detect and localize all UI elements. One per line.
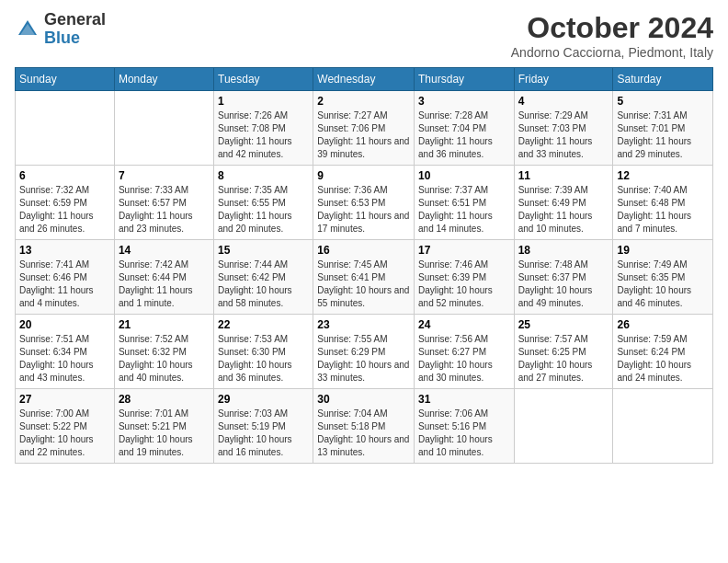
day-info: Sunrise: 7:49 AM Sunset: 6:35 PM Dayligh… [617,259,709,310]
day-number: 17 [418,244,510,257]
calendar-cell: 21Sunrise: 7:52 AM Sunset: 6:32 PM Dayli… [114,315,213,389]
day-info: Sunrise: 7:37 AM Sunset: 6:51 PM Dayligh… [418,184,510,236]
calendar-cell: 3Sunrise: 7:28 AM Sunset: 7:04 PM Daylig… [415,91,515,166]
calendar-cell: 17Sunrise: 7:46 AM Sunset: 6:39 PM Dayli… [415,240,515,315]
day-number: 1 [218,95,309,108]
day-info: Sunrise: 7:59 AM Sunset: 6:24 PM Dayligh… [617,333,709,385]
day-number: 5 [617,95,709,108]
day-number: 6 [19,169,110,182]
weekday-header: Wednesday [313,68,415,91]
day-number: 30 [317,393,410,406]
day-info: Sunrise: 7:00 AM Sunset: 5:22 PM Dayligh… [19,408,110,459]
day-info: Sunrise: 7:52 AM Sunset: 6:32 PM Dayligh… [119,333,210,385]
calendar-cell: 1Sunrise: 7:26 AM Sunset: 7:08 PM Daylig… [214,91,313,166]
day-info: Sunrise: 7:29 AM Sunset: 7:03 PM Dayligh… [518,109,609,161]
calendar-cell: 27Sunrise: 7:00 AM Sunset: 5:22 PM Dayli… [16,389,115,464]
day-number: 19 [617,244,709,257]
day-info: Sunrise: 7:44 AM Sunset: 6:42 PM Dayligh… [218,259,309,310]
day-number: 22 [218,318,309,331]
day-number: 15 [218,244,309,257]
day-number: 23 [317,318,410,331]
weekday-header: Thursday [415,68,515,91]
calendar-cell: 30Sunrise: 7:04 AM Sunset: 5:18 PM Dayli… [313,389,415,464]
day-info: Sunrise: 7:06 AM Sunset: 5:16 PM Dayligh… [418,408,510,459]
calendar-week-row: 27Sunrise: 7:00 AM Sunset: 5:22 PM Dayli… [16,389,713,464]
logo: General Blue [15,11,106,48]
day-number: 21 [119,318,210,331]
calendar-week-row: 1Sunrise: 7:26 AM Sunset: 7:08 PM Daylig… [16,91,713,166]
calendar-cell: 29Sunrise: 7:03 AM Sunset: 5:19 PM Dayli… [214,389,313,464]
calendar-cell: 31Sunrise: 7:06 AM Sunset: 5:16 PM Dayli… [415,389,515,464]
calendar-cell: 18Sunrise: 7:48 AM Sunset: 6:37 PM Dayli… [514,240,613,315]
day-number: 31 [418,393,510,406]
calendar-cell: 19Sunrise: 7:49 AM Sunset: 6:35 PM Dayli… [613,240,713,315]
calendar-cell [514,389,613,464]
calendar-cell: 16Sunrise: 7:45 AM Sunset: 6:41 PM Dayli… [313,240,415,315]
day-info: Sunrise: 7:36 AM Sunset: 6:53 PM Dayligh… [317,184,410,236]
calendar-cell: 11Sunrise: 7:39 AM Sunset: 6:49 PM Dayli… [514,166,613,240]
calendar-cell [613,389,713,464]
day-number: 9 [317,169,410,182]
day-info: Sunrise: 7:35 AM Sunset: 6:55 PM Dayligh… [218,184,309,236]
day-info: Sunrise: 7:45 AM Sunset: 6:41 PM Dayligh… [317,259,410,310]
day-info: Sunrise: 7:01 AM Sunset: 5:21 PM Dayligh… [119,408,210,459]
day-number: 13 [19,244,110,257]
day-info: Sunrise: 7:31 AM Sunset: 7:01 PM Dayligh… [617,109,709,161]
calendar-week-row: 20Sunrise: 7:51 AM Sunset: 6:34 PM Dayli… [16,315,713,389]
calendar-week-row: 6Sunrise: 7:32 AM Sunset: 6:59 PM Daylig… [16,166,713,240]
day-number: 16 [317,244,410,257]
calendar-cell: 4Sunrise: 7:29 AM Sunset: 7:03 PM Daylig… [514,91,613,166]
day-info: Sunrise: 7:39 AM Sunset: 6:49 PM Dayligh… [518,184,609,236]
day-number: 11 [518,169,609,182]
day-number: 28 [119,393,210,406]
day-info: Sunrise: 7:33 AM Sunset: 6:57 PM Dayligh… [119,184,210,236]
page-header: General Blue October 2024 Andorno Caccio… [15,11,713,60]
month-title: October 2024 [511,11,713,45]
day-info: Sunrise: 7:32 AM Sunset: 6:59 PM Dayligh… [19,184,110,236]
calendar-cell: 25Sunrise: 7:57 AM Sunset: 6:25 PM Dayli… [514,315,613,389]
day-number: 8 [218,169,309,182]
day-number: 24 [418,318,510,331]
day-info: Sunrise: 7:42 AM Sunset: 6:44 PM Dayligh… [119,259,210,310]
day-info: Sunrise: 7:48 AM Sunset: 6:37 PM Dayligh… [518,259,609,310]
day-info: Sunrise: 7:40 AM Sunset: 6:48 PM Dayligh… [617,184,709,236]
location-subtitle: Andorno Cacciorna, Piedmont, Italy [511,45,713,60]
weekday-header: Tuesday [214,68,313,91]
calendar-table: SundayMondayTuesdayWednesdayThursdayFrid… [15,67,713,464]
calendar-cell: 8Sunrise: 7:35 AM Sunset: 6:55 PM Daylig… [214,166,313,240]
weekday-header-row: SundayMondayTuesdayWednesdayThursdayFrid… [16,68,713,91]
calendar-cell: 22Sunrise: 7:53 AM Sunset: 6:30 PM Dayli… [214,315,313,389]
calendar-cell: 15Sunrise: 7:44 AM Sunset: 6:42 PM Dayli… [214,240,313,315]
day-number: 7 [119,169,210,182]
day-info: Sunrise: 7:27 AM Sunset: 7:06 PM Dayligh… [317,109,410,161]
calendar-cell: 9Sunrise: 7:36 AM Sunset: 6:53 PM Daylig… [313,166,415,240]
day-info: Sunrise: 7:46 AM Sunset: 6:39 PM Dayligh… [418,259,510,310]
day-info: Sunrise: 7:04 AM Sunset: 5:18 PM Dayligh… [317,408,410,459]
weekday-header: Saturday [613,68,713,91]
calendar-page: General Blue October 2024 Andorno Caccio… [0,0,728,475]
weekday-header: Monday [114,68,213,91]
calendar-cell [114,91,213,166]
day-number: 14 [119,244,210,257]
day-number: 2 [317,95,410,108]
calendar-cell: 12Sunrise: 7:40 AM Sunset: 6:48 PM Dayli… [613,166,713,240]
calendar-cell: 28Sunrise: 7:01 AM Sunset: 5:21 PM Dayli… [114,389,213,464]
day-number: 27 [19,393,110,406]
calendar-cell: 5Sunrise: 7:31 AM Sunset: 7:01 PM Daylig… [613,91,713,166]
logo-text: General Blue [44,11,106,48]
day-number: 3 [418,95,510,108]
day-info: Sunrise: 7:57 AM Sunset: 6:25 PM Dayligh… [518,333,609,385]
day-number: 12 [617,169,709,182]
calendar-cell: 24Sunrise: 7:56 AM Sunset: 6:27 PM Dayli… [415,315,515,389]
day-number: 26 [617,318,709,331]
calendar-cell: 20Sunrise: 7:51 AM Sunset: 6:34 PM Dayli… [16,315,115,389]
calendar-cell: 23Sunrise: 7:55 AM Sunset: 6:29 PM Dayli… [313,315,415,389]
calendar-week-row: 13Sunrise: 7:41 AM Sunset: 6:46 PM Dayli… [16,240,713,315]
day-info: Sunrise: 7:28 AM Sunset: 7:04 PM Dayligh… [418,109,510,161]
logo-icon [15,17,40,42]
day-info: Sunrise: 7:26 AM Sunset: 7:08 PM Dayligh… [218,109,309,161]
day-number: 29 [218,393,309,406]
calendar-cell: 14Sunrise: 7:42 AM Sunset: 6:44 PM Dayli… [114,240,213,315]
day-number: 4 [518,95,609,108]
calendar-cell: 26Sunrise: 7:59 AM Sunset: 6:24 PM Dayli… [613,315,713,389]
